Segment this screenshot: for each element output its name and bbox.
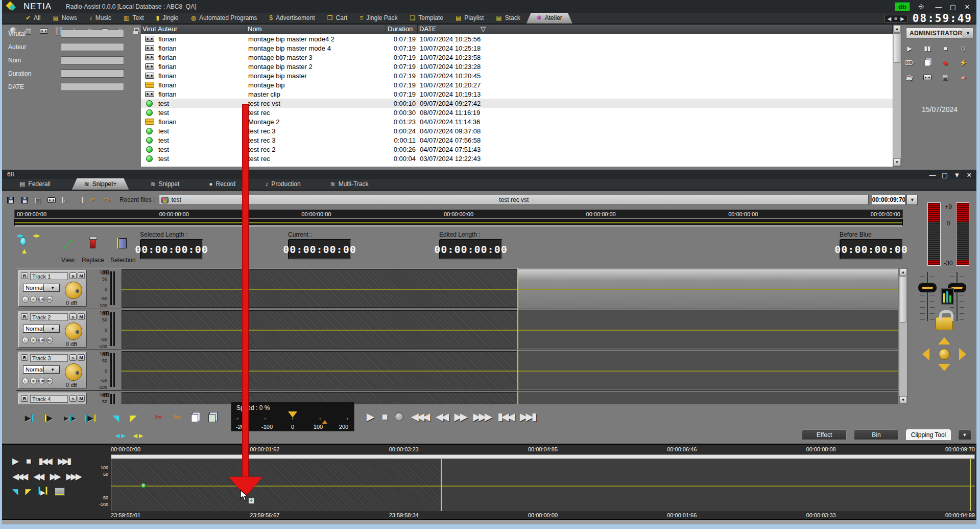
equalizer-icon[interactable] [941,288,954,305]
col-nom[interactable]: Nom [246,25,386,34]
goto-end-button[interactable]: ▶ [83,411,98,425]
pan-icon[interactable]: ☕ [904,73,915,82]
track-fader-icon[interactable] [110,271,112,305]
route-lr-button[interactable]: L/R [38,296,45,303]
route-r-button[interactable]: R [30,378,37,384]
table-row[interactable]: florian montage bip master 3 0:07:19 10/… [141,53,893,62]
clip-rewind-fast-button[interactable]: ◀◀◀ [12,471,26,482]
ribbon-tab[interactable]: ▮ Jingle [150,13,184,24]
clip-marker-dot[interactable] [141,483,146,488]
copy-icon[interactable] [922,58,933,67]
nudge-center-knob[interactable] [939,349,950,360]
track-mode-select[interactable]: Normal▼ [23,284,60,292]
close-button[interactable]: ✕ [961,2,973,11]
import-icon[interactable]: ← [60,195,71,205]
ribbon-tab[interactable]: ✔ All [19,13,46,24]
editor-menu-icon[interactable]: ▼ [951,170,963,179]
solo-button[interactable]: s [69,313,77,320]
solo-button[interactable]: s [69,272,77,279]
table-row[interactable]: florian Montage 2 0:01:23 04/07/2024 11:… [141,117,893,126]
editor-tab[interactable]: ≋ Multi-Track [322,178,377,190]
track-mode-select[interactable]: Normal▼ [23,325,60,333]
clip-mark-in-icon[interactable]: ◥ [12,487,18,496]
table-row[interactable]: test test rec 3 0:00:11 04/07/2024 07:56… [141,135,893,145]
mute-button[interactable]: M [78,354,85,361]
maximize-button[interactable]: ▢ [947,2,959,11]
delete-icon[interactable]: ⌦ [904,58,915,67]
save-as-icon[interactable] [18,195,30,205]
pan-knob[interactable] [65,282,82,299]
trim-icon[interactable]: ✂ [170,410,185,424]
rewind-fast-button[interactable]: ◀◀◀ [411,410,428,423]
play-selection-button[interactable]: ▶▶ [62,411,78,425]
solo-button[interactable]: s [69,354,77,361]
time-format-dropdown[interactable]: ▼ [906,195,918,205]
clip-play-button[interactable]: ▶ [12,456,19,467]
editor-minimize-button[interactable]: — [926,170,939,179]
track-waveform[interactable] [122,309,898,350]
editor-maximize-button[interactable]: ▢ [939,170,951,179]
nudge-pad[interactable] [921,337,967,371]
speaker-tool-icon[interactable]: ▲ [17,237,29,258]
table-scrollbar[interactable]: ▲ ▼ [893,25,901,167]
editor-tab[interactable]: ♪ Production [257,178,308,190]
nudge-up-icon[interactable] [938,337,950,344]
table-row[interactable]: test test rec 2 0:00:26 04/07/2024 07:51… [141,145,893,154]
track-waveform[interactable] [122,350,898,390]
track-fader-icon[interactable] [110,353,112,387]
table-row[interactable]: florian master clip 0:07:19 10/07/2024 1… [141,89,893,99]
record-arm-button[interactable]: R [21,313,28,320]
alert-icon[interactable]: ◆ [940,58,951,67]
table-row[interactable]: florian montage bip master 0:07:19 10/07… [141,71,893,80]
nudge-right-icon[interactable] [959,348,966,360]
clip-previous-button[interactable]: ▮◀◀ [38,456,51,467]
cassette-icon[interactable] [46,195,57,205]
table-row[interactable]: florian montage bip 0:07:19 10/07/2024 1… [141,80,893,89]
route-rl-button[interactable]: R/L [46,378,53,384]
current-file-field[interactable]: test test rec vst [159,195,869,205]
record-arm-button[interactable]: R [21,395,28,402]
col-duration[interactable]: Duration [386,25,418,34]
mark-out-icon[interactable]: ◤ [126,411,141,425]
clip-export-icon[interactable]: ↑ [55,488,65,496]
step-icons-2[interactable]: ◀▶ [33,233,40,238]
selection-tool[interactable] [118,238,127,248]
document-icon[interactable]: ▤ [940,73,951,82]
route-l-button[interactable]: L [22,337,29,343]
clip-mark-out-icon[interactable]: ◤ [26,487,32,496]
mic-icon[interactable]: ⬯ [958,44,969,53]
track-name-field[interactable]: Track 1 [30,272,68,280]
route-r-button[interactable]: R [30,337,37,343]
clip-ruler[interactable]: 00:00:00:0000:00:01:6200:00:03:2300:00:0… [111,446,975,454]
cut-icon[interactable]: ✂ [151,410,166,424]
redo-icon[interactable]: ↷ [101,195,112,205]
fine-step-icons[interactable]: ◀ ▶ ◀ ▶ [115,430,143,440]
filter-input[interactable] [61,70,124,78]
eraser-icon[interactable]: ▰ [958,73,969,82]
prev-layout-icon[interactable]: ◀ [887,16,893,21]
scroll-up-icon[interactable]: ▲ [899,268,907,276]
cassette-icon[interactable] [922,73,933,82]
record-arm-button[interactable]: R [21,354,28,361]
layout-switcher[interactable]: ◀ ≡ ▶ [885,15,907,22]
copy-icon[interactable] [187,411,202,425]
next-layout-icon[interactable]: ▶ [899,16,905,21]
editor-tab[interactable]: ● Record [201,178,244,190]
col-auteur[interactable]: Auteur [156,25,246,34]
editor-tab[interactable]: ≋ Snippet+ [72,178,129,190]
save-icon[interactable] [5,195,16,205]
panel-button[interactable]: Bin [854,429,899,440]
view-tool[interactable]: ⋰ [59,238,77,250]
chevron-down-icon[interactable]: ▼ [43,325,59,332]
record-arm-button[interactable]: R [21,272,28,279]
panel-button[interactable]: Effect [802,429,847,440]
previous-button[interactable]: ▮◀◀ [497,410,513,423]
route-l-button[interactable]: L [22,296,29,303]
route-r-button[interactable]: R [30,296,37,303]
ribbon-tab[interactable]: ▤ Playlist [449,13,490,24]
clip-next-button[interactable]: ▶▶▮ [58,456,70,467]
scrollbar-thumb[interactable] [900,277,906,323]
export-icon[interactable]: → [74,195,85,205]
ribbon-tab[interactable]: ◍ Automated Programs [184,13,263,24]
undo-icon[interactable]: ↶ [87,195,99,205]
